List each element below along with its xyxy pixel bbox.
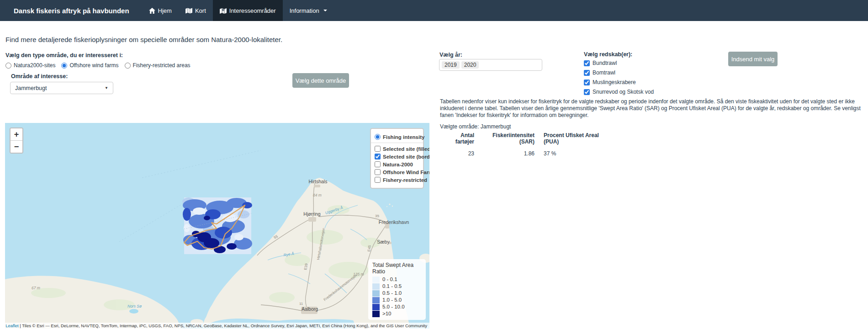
- layer-fishing-intensity[interactable]: Fishing intensity: [375, 134, 419, 140]
- area-of-interest-label: Område af interesse:: [11, 73, 68, 80]
- layer-selected-site-filled-checkbox[interactable]: [375, 146, 381, 152]
- radio-fishery-restricted-input[interactable]: [125, 63, 131, 69]
- layer-fishing-intensity-radio[interactable]: [375, 134, 381, 140]
- legend-row: 5.0 - 10.0: [372, 303, 422, 310]
- navbar: Dansk fiskeris aftryk på havbunden Hjem …: [0, 0, 868, 21]
- checkbox-snurrevod-input[interactable]: [584, 89, 590, 95]
- app-title: Dansk fiskeris aftryk på havbunden: [0, 0, 142, 21]
- attribution-text: | Tiles © Esri — Esri, DeLorme, NAVTEQ, …: [20, 323, 427, 328]
- area-of-interest-value: Jammerbugt: [15, 85, 47, 91]
- legend-label: 0 - 0.1: [382, 276, 397, 283]
- map-label-hjoerring: Hjørring: [303, 211, 320, 217]
- year-input[interactable]: 2019 2020: [439, 59, 542, 71]
- checkbox-snurrevod-label: Snurrevod og Skotsk vod: [593, 89, 654, 95]
- fishing-intensity-raster: [182, 197, 252, 254]
- checkbox-bomtrawl[interactable]: Bomtrawl: [584, 69, 654, 76]
- intro-text: Find mere detaljerede fiskerioplysninger…: [5, 36, 282, 43]
- legend-label: >10: [382, 310, 392, 317]
- map-label-hirtshals: Hirtshals: [309, 179, 328, 184]
- checkbox-muslingeskrabere[interactable]: Muslingeskrabere: [584, 79, 654, 85]
- cell-pua: 37 %: [544, 150, 612, 157]
- nav-label-kort: Kort: [195, 7, 206, 14]
- legend-row: 0 - 0.1: [372, 276, 422, 283]
- layer-selected-site-filled[interactable]: Selected site (filled): [375, 146, 419, 152]
- checkbox-muslingeskrabere-input[interactable]: [584, 80, 590, 85]
- layer-offshore-wind-farms-checkbox[interactable]: [375, 169, 381, 175]
- results-table: Antal fartøjer Fiskeriintensitet (SAR) P…: [444, 132, 612, 157]
- layer-natura-2000-label: Natura-2000: [383, 162, 413, 167]
- legend-row: 1.0 - 5.0: [372, 297, 422, 303]
- layer-selected-site-border-checkbox[interactable]: [375, 154, 381, 160]
- radio-offshore-wind[interactable]: Offshore wind farms: [61, 62, 118, 69]
- select-area-button[interactable]: Vælg dette område: [292, 73, 349, 88]
- legend-swatch: [372, 277, 380, 283]
- radio-fishery-restricted-label: Fishery-restricted areas: [133, 62, 191, 69]
- layer-fishery-restricted-checkbox[interactable]: [375, 177, 381, 183]
- checkbox-bundtrawl[interactable]: Bundtrawl: [584, 60, 654, 66]
- checkbox-bundtrawl-label: Bundtrawl: [593, 60, 617, 66]
- checkbox-bomtrawl-label: Bomtrawl: [593, 69, 615, 76]
- nav-item-kort[interactable]: Kort: [179, 0, 213, 21]
- legend-row: 0.1 - 0.5: [372, 283, 422, 290]
- area-type-radio-group: Natura2000-sites Offshore wind farms Fis…: [5, 62, 191, 69]
- radio-fishery-restricted[interactable]: Fishery-restricted areas: [125, 62, 191, 69]
- cell-sar: 1.86: [483, 150, 535, 157]
- nav-label-information: Information: [290, 7, 319, 14]
- map-label-aalborg: Aalborg: [302, 306, 318, 312]
- layer-selected-site-border-label: Selected site (border): [383, 154, 429, 160]
- radio-natura2000-label: Natura2000-sites: [14, 62, 55, 69]
- checkbox-snurrevod[interactable]: Snurrevod og Skotsk vod: [584, 89, 654, 95]
- layer-natura-2000-checkbox[interactable]: [375, 161, 381, 167]
- checkbox-bundtrawl-input[interactable]: [584, 60, 590, 66]
- map[interactable]: Hirtshals Hjørring Frederikshavn Sæby Aa…: [5, 123, 429, 329]
- area-of-interest-select[interactable]: Jammerbugt ▼: [10, 82, 113, 94]
- legend-row: 0.5 - 1.0: [372, 290, 422, 297]
- table-note: Tabellen nedenfor viser kun indekser for…: [440, 98, 863, 118]
- zoom-in-button[interactable]: +: [11, 128, 22, 141]
- checkbox-muslingeskrabere-label: Muslingeskrabere: [593, 79, 636, 85]
- radio-natura2000-input[interactable]: [5, 63, 11, 69]
- legend-row: >10: [372, 310, 422, 317]
- nav-item-interesseomraader[interactable]: Interesseområder: [213, 0, 283, 21]
- layers-separator: [371, 143, 423, 143]
- layer-fishery-restricted-label: Fishery-restricted: [383, 177, 427, 183]
- year-chip-2020[interactable]: 2020: [461, 61, 479, 69]
- nav-item-information[interactable]: Information: [283, 0, 334, 21]
- layer-fishery-restricted[interactable]: Fishery-restricted: [375, 177, 419, 183]
- year-chip-2019[interactable]: 2019: [442, 61, 460, 69]
- nav-label-interesseomraader: Interesseområder: [229, 7, 276, 14]
- map-label-84m: 84 m: [313, 193, 322, 197]
- map-label-road11: 11: [299, 302, 303, 306]
- legend-label: 1.0 - 5.0: [382, 297, 402, 303]
- nav-label-hjem: Hjem: [158, 7, 172, 14]
- legend-swatch: [372, 290, 380, 297]
- map-canvas: Hirtshals Hjørring Frederikshavn Sæby Aa…: [5, 123, 429, 329]
- layer-selected-site-filled-label: Selected site (filled): [383, 146, 429, 152]
- nav-item-hjem[interactable]: Hjem: [142, 0, 179, 21]
- area-type-label: Vælg den type område, du er interesseret…: [5, 52, 123, 58]
- year-label: Vælg år:: [439, 52, 462, 58]
- col-header-pua: Procent Ufisket Areal (PUA): [544, 132, 612, 145]
- legend-label: 0.5 - 1.0: [382, 290, 402, 297]
- submit-button[interactable]: Indsend mit valg: [728, 52, 778, 66]
- checkbox-bomtrawl-input[interactable]: [584, 70, 590, 76]
- radio-offshore-wind-input[interactable]: [61, 63, 67, 69]
- zoom-out-button[interactable]: −: [11, 141, 22, 153]
- select-caret-icon: ▼: [105, 86, 108, 90]
- map-label-frederikshavn: Frederikshavn: [379, 219, 409, 225]
- areas-icon: [220, 8, 227, 14]
- sar-legend: Total Swept Area Ratio 0 - 0.1 0.1 - 0.5…: [368, 259, 426, 320]
- map-label-saeby: Sæby: [377, 239, 390, 245]
- layer-offshore-wind-farms[interactable]: Offshore Wind Farms: [375, 169, 419, 175]
- map-label-road35: 35: [375, 214, 379, 218]
- layer-natura-2000[interactable]: Natura-2000: [375, 161, 419, 167]
- map-label-67m: 67 m: [32, 286, 40, 290]
- chevron-down-icon: [323, 10, 327, 11]
- leaflet-link[interactable]: Leaflet: [5, 323, 19, 328]
- radio-natura2000[interactable]: Natura2000-sites: [5, 62, 55, 69]
- radio-offshore-wind-label: Offshore wind farms: [69, 62, 118, 69]
- legend-label: 0.1 - 0.5: [382, 283, 402, 290]
- layer-selected-site-border[interactable]: Selected site (border): [375, 154, 419, 160]
- layer-offshore-wind-farms-label: Offshore Wind Farms: [383, 170, 429, 175]
- home-icon: [149, 8, 155, 14]
